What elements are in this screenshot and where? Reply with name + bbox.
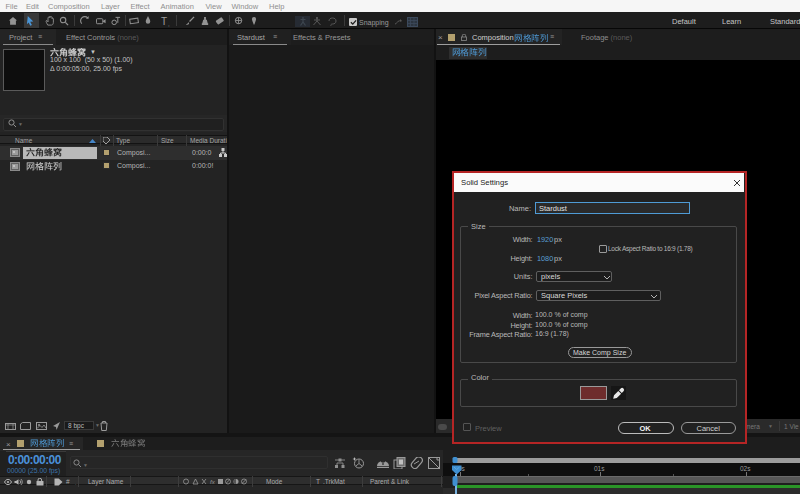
svg-text:fx: fx (210, 479, 216, 485)
